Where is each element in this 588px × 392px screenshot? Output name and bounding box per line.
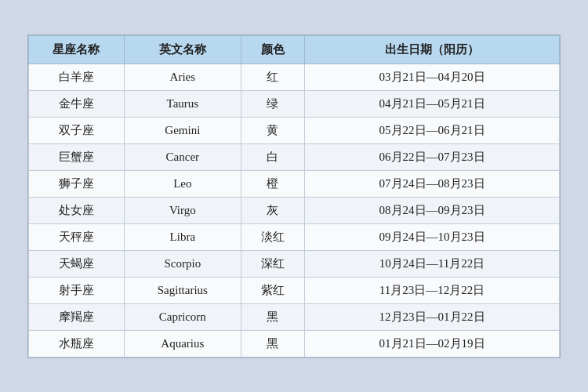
cell-color: 黑 [241,303,304,330]
cell-date: 03月21日—04月20日 [305,64,560,90]
cell-chinese: 狮子座 [29,170,125,197]
cell-english: Scorpio [124,250,241,277]
table-row: 白羊座Aries红03月21日—04月20日 [29,64,560,90]
cell-chinese: 射手座 [29,277,125,303]
cell-english: Gemini [124,117,241,143]
cell-chinese: 巨蟹座 [29,143,125,170]
cell-english: Cancer [124,143,241,170]
cell-english: Libra [124,223,241,250]
cell-color: 红 [241,64,304,90]
table-body: 白羊座Aries红03月21日—04月20日金牛座Taurus绿04月21日—0… [29,64,560,357]
cell-date: 04月21日—05月21日 [305,90,560,117]
header-english: 英文名称 [124,35,241,64]
table-row: 处女座Virgo灰08月24日—09月23日 [29,197,560,223]
zodiac-table-container: 星座名称 英文名称 颜色 出生日期（阳历） 白羊座Aries红03月21日—04… [27,34,561,358]
cell-english: Taurus [124,90,241,117]
cell-chinese: 金牛座 [29,90,125,117]
header-date: 出生日期（阳历） [305,35,560,64]
cell-english: Sagittarius [124,277,241,303]
cell-chinese: 天蝎座 [29,250,125,277]
cell-date: 05月22日—06月21日 [305,117,560,143]
cell-date: 07月24日—08月23日 [305,170,560,197]
cell-english: Aquarius [124,330,241,357]
cell-color: 深红 [241,250,304,277]
cell-chinese: 水瓶座 [29,330,125,357]
cell-english: Capricorn [124,303,241,330]
table-row: 天秤座Libra淡红09月24日—10月23日 [29,223,560,250]
cell-date: 08月24日—09月23日 [305,197,560,223]
cell-date: 11月23日—12月22日 [305,277,560,303]
cell-date: 10月24日—11月22日 [305,250,560,277]
cell-date: 09月24日—10月23日 [305,223,560,250]
cell-english: Aries [124,64,241,90]
table-row: 金牛座Taurus绿04月21日—05月21日 [29,90,560,117]
cell-color: 绿 [241,90,304,117]
cell-color: 淡红 [241,223,304,250]
table-header-row: 星座名称 英文名称 颜色 出生日期（阳历） [29,35,560,64]
cell-english: Virgo [124,197,241,223]
cell-color: 橙 [241,170,304,197]
cell-color: 黄 [241,117,304,143]
table-row: 天蝎座Scorpio深红10月24日—11月22日 [29,250,560,277]
cell-color: 灰 [241,197,304,223]
table-row: 巨蟹座Cancer白06月22日—07月23日 [29,143,560,170]
cell-color: 黑 [241,330,304,357]
cell-chinese: 双子座 [29,117,125,143]
cell-date: 06月22日—07月23日 [305,143,560,170]
cell-chinese: 处女座 [29,197,125,223]
cell-date: 01月21日—02月19日 [305,330,560,357]
zodiac-table: 星座名称 英文名称 颜色 出生日期（阳历） 白羊座Aries红03月21日—04… [28,35,560,358]
cell-english: Leo [124,170,241,197]
table-row: 水瓶座Aquarius黑01月21日—02月19日 [29,330,560,357]
header-chinese: 星座名称 [29,35,125,64]
cell-chinese: 白羊座 [29,64,125,90]
cell-color: 白 [241,143,304,170]
header-color: 颜色 [241,35,304,64]
table-row: 射手座Sagittarius紫红11月23日—12月22日 [29,277,560,303]
cell-color: 紫红 [241,277,304,303]
cell-chinese: 天秤座 [29,223,125,250]
cell-chinese: 摩羯座 [29,303,125,330]
table-row: 摩羯座Capricorn黑12月23日—01月22日 [29,303,560,330]
table-row: 狮子座Leo橙07月24日—08月23日 [29,170,560,197]
table-row: 双子座Gemini黄05月22日—06月21日 [29,117,560,143]
cell-date: 12月23日—01月22日 [305,303,560,330]
